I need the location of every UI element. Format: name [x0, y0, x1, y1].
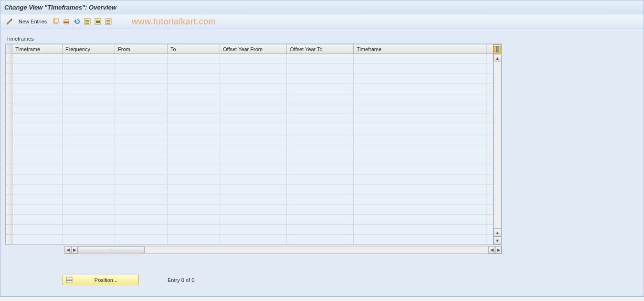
table-cell[interactable] [63, 164, 115, 174]
table-cell[interactable] [115, 154, 168, 164]
scroll-left-icon[interactable]: ▶ [71, 246, 78, 254]
table-cell[interactable] [63, 74, 115, 84]
copy-as-icon[interactable] [52, 17, 60, 26]
table-cell[interactable] [63, 194, 115, 204]
table-cell[interactable] [354, 204, 486, 214]
table-cell[interactable] [12, 84, 63, 94]
table-cell[interactable] [287, 74, 354, 84]
table-cell[interactable] [115, 84, 168, 94]
row-selector[interactable] [6, 84, 12, 94]
table-cell[interactable] [63, 225, 115, 234]
table-cell[interactable] [168, 114, 220, 124]
table-cell[interactable] [168, 134, 220, 144]
table-cell[interactable] [168, 184, 220, 194]
table-cell[interactable] [220, 54, 287, 64]
table-cell[interactable] [115, 124, 168, 134]
table-cell[interactable] [220, 84, 287, 94]
row-selector[interactable] [6, 204, 12, 215]
table-cell[interactable] [168, 225, 220, 234]
table-cell[interactable] [220, 74, 287, 84]
scroll-up2-icon[interactable]: ▲ [494, 228, 501, 236]
table-cell[interactable] [63, 124, 115, 134]
table-cell[interactable] [287, 54, 354, 64]
table-cell[interactable] [115, 54, 168, 64]
col-header-to[interactable]: To [168, 44, 220, 54]
table-cell[interactable] [354, 74, 486, 84]
col-header-offset-year-to[interactable]: Offset Year To [287, 44, 354, 54]
row-selector[interactable] [6, 235, 12, 245]
table-cell[interactable] [354, 225, 486, 234]
table-cell[interactable] [63, 204, 115, 214]
row-selector[interactable] [6, 64, 12, 74]
table-cell[interactable] [63, 184, 115, 194]
table-cell[interactable] [12, 215, 63, 224]
row-selector[interactable] [6, 154, 12, 164]
scroll-down-icon[interactable]: ▼ [494, 236, 501, 245]
row-selector[interactable] [6, 225, 12, 235]
table-cell[interactable] [287, 114, 354, 124]
table-cell[interactable] [354, 64, 486, 74]
row-selector[interactable] [6, 144, 12, 154]
table-cell[interactable] [115, 174, 168, 184]
table-cell[interactable] [354, 134, 486, 144]
row-selector[interactable] [6, 74, 12, 84]
table-cell[interactable] [63, 64, 115, 74]
table-cell[interactable] [168, 144, 220, 154]
table-cell[interactable] [115, 215, 168, 224]
table-cell[interactable] [63, 54, 115, 64]
table-cell[interactable] [168, 164, 220, 174]
table-cell[interactable] [354, 54, 486, 64]
toggle-change-icon[interactable] [5, 17, 14, 26]
table-cell[interactable] [12, 64, 63, 74]
table-cell[interactable] [287, 225, 354, 234]
table-cell[interactable] [354, 154, 486, 164]
row-selector[interactable] [6, 94, 12, 104]
table-cell[interactable] [168, 124, 220, 134]
table-cell[interactable] [220, 184, 287, 194]
position-button[interactable]: Position... [63, 275, 139, 285]
table-cell[interactable] [354, 114, 486, 124]
table-cell[interactable] [287, 124, 354, 134]
table-cell[interactable] [12, 225, 63, 234]
table-cell[interactable] [220, 104, 287, 114]
table-cell[interactable] [287, 104, 354, 114]
table-cell[interactable] [12, 74, 63, 84]
table-cell[interactable] [220, 144, 287, 154]
scroll-right-icon[interactable]: ◀ [488, 246, 495, 254]
row-selector[interactable] [6, 194, 12, 204]
table-cell[interactable] [287, 154, 354, 164]
table-cell[interactable] [63, 174, 115, 184]
table-cell[interactable] [115, 144, 168, 154]
table-cell[interactable] [12, 94, 63, 104]
table-cell[interactable] [115, 74, 168, 84]
table-cell[interactable] [220, 204, 287, 214]
table-cell[interactable] [220, 225, 287, 234]
table-cell[interactable] [354, 124, 486, 134]
row-selector[interactable] [6, 124, 12, 134]
table-cell[interactable] [63, 235, 115, 244]
table-cell[interactable] [287, 194, 354, 204]
table-cell[interactable] [12, 184, 63, 194]
table-cell[interactable] [115, 94, 168, 104]
table-cell[interactable] [287, 144, 354, 154]
scroll-track-v[interactable] [494, 62, 501, 228]
row-selector[interactable] [6, 134, 12, 144]
row-selector[interactable] [6, 114, 12, 124]
table-cell[interactable] [354, 215, 486, 224]
table-cell[interactable] [12, 104, 63, 114]
table-cell[interactable] [220, 134, 287, 144]
table-cell[interactable] [115, 104, 168, 114]
table-cell[interactable] [287, 184, 354, 194]
table-cell[interactable] [168, 84, 220, 94]
table-cell[interactable] [115, 225, 168, 234]
row-selector[interactable] [6, 164, 12, 174]
row-selector[interactable] [6, 174, 12, 184]
table-cell[interactable] [287, 134, 354, 144]
table-cell[interactable] [354, 84, 486, 94]
deselect-all-icon[interactable] [104, 17, 113, 26]
table-cell[interactable] [168, 235, 220, 244]
table-cell[interactable] [287, 94, 354, 104]
table-cell[interactable] [115, 194, 168, 204]
table-cell[interactable] [168, 174, 220, 184]
col-header-timeframe-desc[interactable]: Timeframe [354, 44, 486, 54]
